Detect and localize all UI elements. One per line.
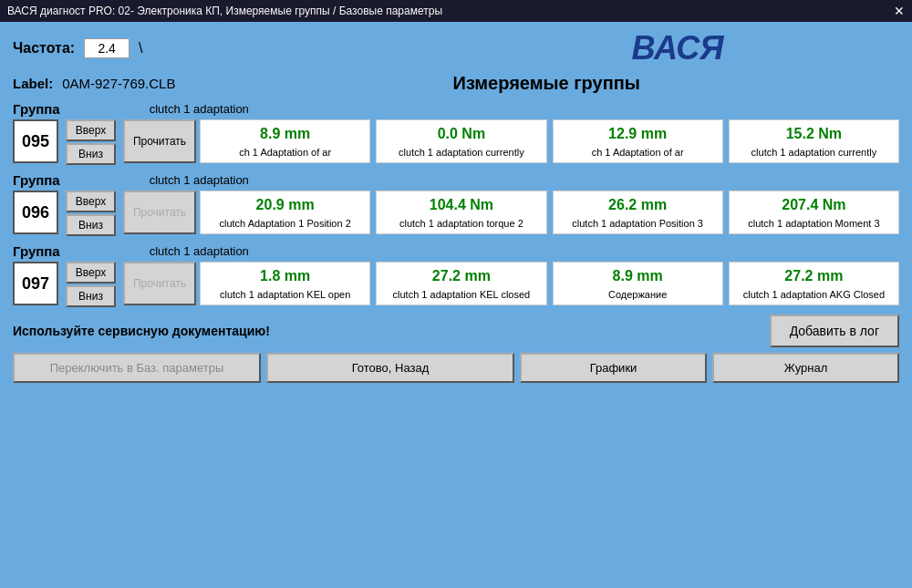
app-title: ВАСЯ [456,29,899,67]
data-desc-0-0: ch 1 Adaptation of ar [235,144,335,162]
data-value-1-1: 104.4 Nm [426,191,497,215]
data-value-0-1: 0.0 Nm [434,120,489,144]
data-value-2-3: 27.2 mm [781,263,846,286]
data-cell-0-2: 12.9 mmch 1 Adaptation of ar [553,119,723,163]
label-value: 0AM-927-769.CLB [62,76,175,91]
group-num-2: 097 [13,262,58,305]
data-cell-2-3: 27.2 mmclutch 1 adaptation AKG Closed [729,262,899,305]
btn-up-0[interactable]: Вверх [66,119,116,141]
label-key: Label: [13,76,53,91]
group-section-1: Группа clutch 1 adaptation 096ВверхВнизП… [13,172,899,236]
label-row: Label: 0AM-927-769.CLB Измеряемые группы [13,73,899,94]
use-docs-text: Используйте сервисную документацию! [13,324,770,338]
data-cells-2: 1.8 mmclutch 1 adaptation KEL open27.2 m… [200,262,899,305]
data-desc-1-1: clutch 1 adaptation torque 2 [396,215,527,233]
data-value-1-0: 20.9 mm [253,191,318,215]
groups-container: Группа clutch 1 adaptation 095ВверхВнизП… [13,101,899,307]
btn-down-1[interactable]: Вниз [66,214,116,236]
group-header-row-2: Группа clutch 1 adaptation [13,243,899,259]
journal-button[interactable]: Журнал [712,353,899,383]
title-bar-text: ВАСЯ диагност PRO: 02- Электроника КП, И… [7,5,442,17]
btn-read-2[interactable]: Прочитать [123,262,196,305]
btn-col-0: ВверхВниз [66,119,116,165]
data-value-1-2: 26.2 mm [605,191,670,215]
btn-col-1: ВверхВниз [66,191,116,236]
data-cell-2-1: 27.2 mmclutch 1 adaptation KEL closed [376,262,546,305]
data-value-1-3: 207.4 Nm [778,191,849,215]
group-label-2: Группа [13,243,60,259]
data-value-2-2: 8.9 mm [609,263,667,286]
left-controls-2: 097ВверхВнизПрочитать [13,262,196,307]
data-desc-0-3: clutch 1 adaptation currently [748,144,881,162]
page-title: Измеряемые группы [193,73,899,94]
btn-read-0[interactable]: Прочитать [123,119,196,163]
group-row-1: 096ВверхВнизПрочитать20.9 mmclutch Adapt… [13,191,899,236]
data-value-0-3: 15.2 Nm [782,120,845,144]
bottom-buttons: Переключить в Баз. параметры Готово, Наз… [13,353,899,383]
left-controls-1: 096ВверхВнизПрочитать [13,191,196,236]
data-desc-0-1: clutch 1 adaptation currently [395,144,528,162]
group-label-0: Группа [13,101,60,117]
group-num-1: 096 [13,191,58,234]
header-row: Частота: 2.4 \ ВАСЯ [13,29,899,67]
data-cell-0-0: 8.9 mmch 1 Adaptation of ar [200,119,370,163]
btn-down-2[interactable]: Вниз [66,285,116,307]
title-bar: ВАСЯ диагност PRO: 02- Электроника КП, И… [0,0,912,22]
data-cell-1-2: 26.2 mmclutch 1 adaptation Position 3 [553,191,723,234]
data-desc-2-3: clutch 1 adaptation AKG Closed [740,286,888,304]
btn-read-1[interactable]: Прочитать [123,191,196,234]
switch-button[interactable]: Переключить в Баз. параметры [13,353,261,383]
data-desc-2-0: clutch 1 adaptation KEL open [216,286,354,304]
header-left: Частота: 2.4 \ [13,38,456,58]
left-controls-0: 095ВверхВнизПрочитать [13,119,196,165]
freq-value: 2.4 [84,38,130,58]
data-cell-1-3: 207.4 Nmclutch 1 adaptation Moment 3 [729,191,899,234]
data-cell-0-1: 0.0 Nmclutch 1 adaptation currently [376,119,546,163]
data-value-0-2: 12.9 mm [605,120,670,144]
data-value-2-0: 1.8 mm [256,263,314,286]
group-label-1: Группа [13,172,60,188]
group-section-2: Группа clutch 1 adaptation 097ВверхВнизП… [13,243,899,307]
freq-slash: \ [139,40,142,57]
data-cell-2-2: 8.9 mmСодержание [553,262,723,305]
data-cell-0-3: 15.2 Nmclutch 1 adaptation currently [729,119,899,163]
data-cell-1-1: 104.4 Nmclutch 1 adaptation torque 2 [376,191,546,234]
group-num-0: 095 [13,119,58,163]
done-button[interactable]: Готово, Назад [266,353,514,383]
group-header-row-0: Группа clutch 1 adaptation [13,101,899,117]
data-desc-2-1: clutch 1 adaptation KEL closed [389,286,534,304]
data-cell-2-0: 1.8 mmclutch 1 adaptation KEL open [200,262,370,305]
data-value-0-0: 8.9 mm [256,120,314,144]
bottom-bar: Используйте сервисную документацию! Доба… [13,315,899,347]
data-desc-0-2: ch 1 Adaptation of ar [588,144,688,162]
data-cells-0: 8.9 mmch 1 Adaptation of ar0.0 Nmclutch … [200,119,899,163]
btn-col-2: ВверхВниз [66,262,116,307]
data-desc-1-0: clutch Adaptation 1 Position 2 [215,215,354,233]
btn-down-0[interactable]: Вниз [66,143,116,165]
btn-up-1[interactable]: Вверх [66,191,116,212]
group-header-title-1: clutch 1 adaptation [150,173,249,187]
close-icon[interactable]: ✕ [894,4,905,18]
add-log-button[interactable]: Добавить в лог [770,315,899,347]
group-row-2: 097ВверхВнизПрочитать1.8 mmclutch 1 adap… [13,262,899,307]
data-desc-1-3: clutch 1 adaptation Moment 3 [744,215,883,233]
data-desc-2-2: Содержание [605,286,670,304]
data-value-2-1: 27.2 mm [429,263,494,286]
graphs-button[interactable]: Графики [520,353,707,383]
data-desc-1-2: clutch 1 adaptation Position 3 [568,215,707,233]
data-cells-1: 20.9 mmclutch Adaptation 1 Position 2104… [200,191,899,234]
group-header-title-0: clutch 1 adaptation [150,102,249,116]
group-header-row-1: Группа clutch 1 adaptation [13,172,899,188]
group-section-0: Группа clutch 1 adaptation 095ВверхВнизП… [13,101,899,165]
freq-label: Частота: [13,40,75,57]
group-header-title-2: clutch 1 adaptation [150,244,249,258]
main-content: Частота: 2.4 \ ВАСЯ Label: 0AM-927-769.C… [0,22,912,588]
btn-up-2[interactable]: Вверх [66,262,116,284]
data-cell-1-0: 20.9 mmclutch Adaptation 1 Position 2 [200,191,370,234]
group-row-0: 095ВверхВнизПрочитать8.9 mmch 1 Adaptati… [13,119,899,165]
